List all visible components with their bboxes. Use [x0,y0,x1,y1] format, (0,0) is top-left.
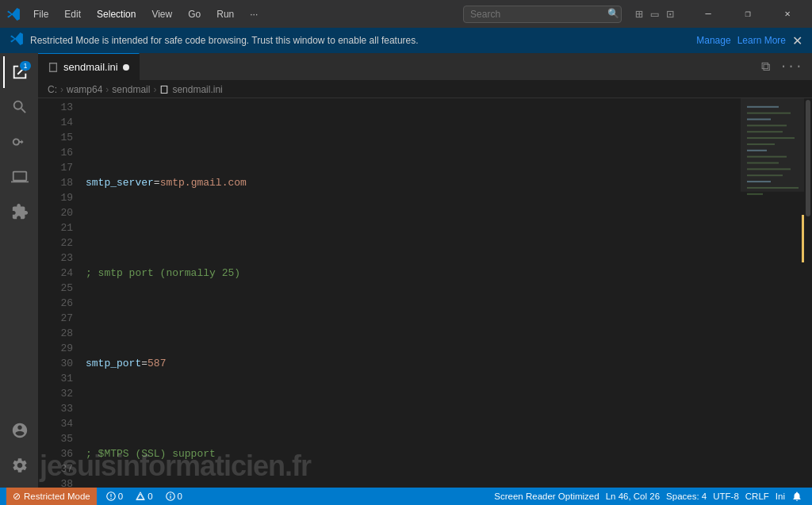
status-screen-reader[interactable]: Screen Reader Optimized [491,492,602,501]
info-count: 0 [178,492,182,501]
main-layout: 1 sendmail.ini [0,53,812,488]
activity-badge: 1 [20,61,31,71]
scrollbar-thumb[interactable] [806,100,810,216]
search-input[interactable] [463,6,622,23]
menu-run[interactable]: Run [210,6,240,23]
position-label: Ln 46, Col 26 [606,492,660,501]
tab-modified-dot [123,64,129,71]
breadcrumb: C: › wamp64 › sendmail › sendmail.ini [38,81,812,98]
svg-point-19 [110,498,112,499]
breadcrumb-part-3[interactable]: sendmail.ini [159,84,222,95]
svg-rect-15 [747,193,763,195]
activity-source-control[interactable] [3,126,35,158]
menu-view[interactable]: View [145,6,178,23]
menu-go[interactable]: Go [182,6,207,23]
line-17 [86,311,741,326]
notification-close-button[interactable]: ✕ [792,33,802,48]
status-errors[interactable]: 0 [103,488,126,505]
tab-actions: ⧉ ··· [758,53,812,80]
layout-icon-1[interactable]: ⊞ [632,5,646,24]
status-warnings[interactable]: 0 [132,488,155,505]
status-restricted-mode[interactable]: ⊘ Restricted Mode [6,488,97,505]
menu-file[interactable]: File [27,6,55,23]
activity-settings[interactable] [3,450,35,481]
line-15 [86,220,741,235]
line-14: smtp_server=smtp.gmail.com [86,175,741,190]
vscode-notification-logo [10,32,24,49]
status-notification-bell[interactable] [788,491,806,502]
breadcrumb-sep-2: › [153,84,156,95]
split-editor-button[interactable]: ⧉ [758,58,773,76]
status-info[interactable]: 0 [163,488,186,505]
layout-icon-3[interactable]: ⊡ [663,5,677,24]
breadcrumb-part-1[interactable]: wamp64 [67,84,102,95]
activity-bar-bottom [3,415,35,488]
screen-reader-label: Screen Reader Optimized [494,492,599,501]
menu-selection[interactable]: Selection [90,6,142,23]
status-position[interactable]: Ln 46, Col 26 [603,492,663,501]
activity-account[interactable] [3,415,35,446]
minimize-button[interactable]: — [690,2,726,26]
search-icon: 🔍 [607,8,619,20]
line-18: smtp_port=587 [86,356,741,371]
status-encoding[interactable]: UTF-8 [710,492,742,501]
status-line-ending[interactable]: CRLF [742,492,772,501]
svg-rect-16 [741,98,804,192]
error-count: 0 [118,492,123,501]
activity-search[interactable] [3,91,35,123]
breadcrumb-part-0[interactable]: C: [48,84,57,95]
restricted-mode-label: Restricted Mode [24,492,90,501]
code-editor[interactable]: 13 14 15 16 17 18 19 20 21 22 23 24 25 2… [38,98,812,488]
tab-filename: sendmail.ini [63,61,118,73]
breadcrumb-sep-0: › [60,84,63,95]
line-ending-label: CRLF [745,492,769,501]
menu-edit[interactable]: Edit [58,6,87,23]
code-content[interactable]: smtp_server=smtp.gmail.com ; smtp port (… [79,98,741,488]
warning-count: 0 [147,492,152,501]
restore-button[interactable]: ❐ [730,2,766,26]
title-bar: File Edit Selection View Go Run ··· 🔍 ⊞ … [0,0,812,28]
breadcrumb-sep-1: › [105,84,109,95]
line-19 [86,401,741,416]
status-language[interactable]: Ini [772,492,788,501]
line-numbers: 13 14 15 16 17 18 19 20 21 22 23 24 25 2… [38,98,79,488]
more-actions-button[interactable]: ··· [776,58,806,75]
scrollbar[interactable] [804,98,812,488]
notification-text: Restricted Mode is intended for safe cod… [30,35,690,46]
notification-banner: Restricted Mode is intended for safe cod… [0,28,812,53]
restricted-mode-icon: ⊘ [13,491,21,502]
editor-area: sendmail.ini ⧉ ··· C: › wamp64 › sendmai… [38,53,812,488]
activity-run-debug[interactable] [3,161,35,193]
status-bar: ⊘ Restricted Mode 0 0 0 Screen Reader Op… [0,488,812,505]
line-16: ; smtp port (normally 25) [86,266,741,281]
status-right: Screen Reader Optimized Ln 46, Col 26 Sp… [491,491,806,502]
vscode-logo [6,7,21,21]
close-button[interactable]: ✕ [769,2,806,26]
line-13 [86,130,741,145]
window-controls: — ❐ ✕ [690,2,806,26]
activity-extensions[interactable] [3,196,35,228]
language-label: Ini [776,492,785,501]
svg-point-22 [170,494,171,495]
editor-tab-sendmail[interactable]: sendmail.ini [38,53,140,80]
tab-bar: sendmail.ini ⧉ ··· [38,53,812,81]
breadcrumb-part-2[interactable]: sendmail [112,84,150,95]
line-20: ; $MTPS (SSL) support [86,446,741,461]
status-spaces[interactable]: Spaces: 4 [663,492,710,501]
minimap[interactable] [741,98,804,488]
activity-explorer[interactable]: 1 [3,56,35,88]
spaces-label: Spaces: 4 [666,492,707,501]
menu-more[interactable]: ··· [243,6,264,23]
notification-manage-link[interactable]: Manage [696,35,730,46]
encoding-label: UTF-8 [713,492,739,501]
notification-learn-more-link[interactable]: Learn More [737,35,786,46]
activity-bar: 1 [0,53,38,488]
layout-icon-2[interactable]: ▭ [648,5,662,24]
menu-bar: File Edit Selection View Go Run ··· [27,6,457,23]
